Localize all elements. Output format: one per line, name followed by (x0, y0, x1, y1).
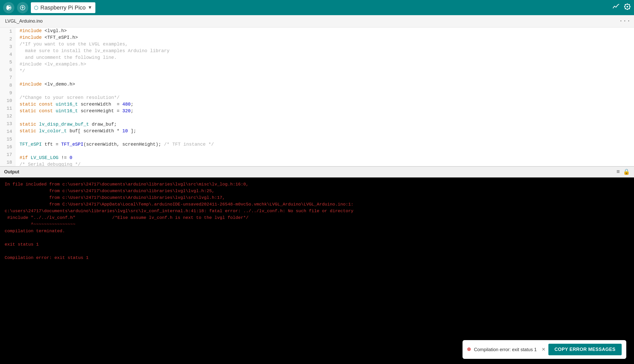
line-number: 10 (0, 97, 15, 105)
line-number: 13 (0, 120, 15, 128)
line-number: 2 (0, 35, 15, 43)
output-label: Output (4, 169, 19, 175)
toolbar-left: ⬡ Raspberry Pi Pico ▼ (3, 2, 95, 13)
line-number: 5 (0, 58, 15, 66)
code-line (20, 134, 634, 141)
code-line: #include <lv_examples.h> (20, 61, 634, 68)
console-line: c:\users\24717\documents\arduino\librari… (5, 208, 629, 214)
code-line: #include <TFT_eSPI.h> (20, 34, 634, 41)
line-number: 1 (0, 27, 15, 35)
line-number: 14 (0, 128, 15, 135)
svg-point-2 (627, 6, 628, 7)
console-line: from c:\Users\24717\Documents\Arduino\li… (5, 194, 629, 201)
code-line (20, 88, 634, 94)
console-line: #include "../../lv_conf.h" /*Else assume… (5, 214, 629, 221)
toolbar: ⬡ Raspberry Pi Pico ▼ (0, 0, 634, 15)
console-line (5, 235, 629, 241)
code-line (20, 114, 634, 121)
error-popup: ⊗ Compilation error: exit status 1 ✕ COP… (463, 340, 626, 359)
dropdown-arrow-icon: ▼ (88, 5, 92, 10)
code-line: static lv_color_t buf[ screenWidth * 10 … (20, 128, 634, 134)
svg-point-11 (629, 8, 630, 9)
code-editor: 1234567891011121314151617181920212223 #i… (0, 27, 634, 166)
line-number: 3 (0, 43, 15, 51)
copy-error-button[interactable]: COPY ERROR MESSAGES (548, 344, 622, 355)
line-number: 17 (0, 151, 15, 158)
error-icon: ⊗ (467, 346, 471, 353)
line-number: 7 (0, 74, 15, 81)
board-icon: ⬡ (34, 5, 38, 11)
run-button[interactable] (3, 2, 14, 13)
svg-point-9 (629, 4, 630, 5)
svg-point-10 (625, 8, 626, 9)
console-line (5, 248, 629, 255)
toolbar-right (612, 3, 631, 12)
upload-button[interactable] (17, 2, 28, 13)
line-number: 4 (0, 51, 15, 58)
output-area: Output ≡ 🔒 In file included from c:\user… (0, 166, 634, 364)
console-line: from C:\Users\24717\AppData\Local\Temp\.… (5, 201, 629, 208)
console-line: exit status 1 (5, 241, 629, 248)
console-line: ^~~~~~~~~~~~~~~~~ (5, 221, 629, 228)
code-line: and uncomment the following line. (20, 54, 634, 61)
console-line: from c:\users\24717\documents\arduino\li… (5, 188, 629, 194)
svg-point-7 (629, 6, 631, 7)
line-number: 8 (0, 81, 15, 89)
svg-point-6 (624, 6, 626, 7)
line-number: 16 (0, 143, 15, 151)
svg-point-4 (627, 3, 628, 5)
board-selector[interactable]: ⬡ Raspberry Pi Pico ▼ (31, 2, 95, 13)
tab-more-icon[interactable]: ··· (619, 18, 631, 24)
code-line: make sure to install the lv_examples Ard… (20, 48, 634, 54)
main-content: LVGL_Arduino.ino ··· 1234567891011121314… (0, 15, 634, 364)
code-line: /*Change to your screen resolution*/ (20, 94, 634, 101)
output-icons: ≡ 🔒 (617, 169, 630, 175)
code-line: /*If you want to use the LVGL examples, (20, 41, 634, 48)
output-lock-icon[interactable]: 🔒 (623, 169, 630, 175)
board-name: Raspberry Pi Pico (40, 4, 86, 11)
line-number: 9 (0, 89, 15, 97)
code-line: static const uint16_t screenHeight = 320… (20, 108, 634, 114)
line-number: 6 (0, 66, 15, 74)
code-line: #include <lvgl.h> (20, 27, 634, 34)
line-number: 11 (0, 105, 15, 112)
signal-icon[interactable] (612, 3, 620, 12)
line-number: 18 (0, 158, 15, 166)
console-line: Compilation error: exit status 1 (5, 255, 629, 261)
code-content[interactable]: #include <lvgl.h>#include <TFT_eSPI.h>/*… (15, 27, 634, 166)
code-line: #include <lv_demo.h> (20, 81, 634, 88)
code-line: static lv_disp_draw_buf_t draw_buf; (20, 121, 634, 128)
tabbar: LVGL_Arduino.ino ··· (0, 15, 634, 27)
line-number: 15 (0, 135, 15, 143)
file-tab[interactable]: LVGL_Arduino.ino (3, 17, 45, 25)
code-line: /* Serial debugging */ (20, 161, 634, 166)
svg-point-5 (627, 8, 628, 10)
settings-icon[interactable] (624, 3, 631, 12)
code-line (20, 74, 634, 81)
error-message: Compilation error: exit status 1 (474, 346, 537, 353)
output-list-icon[interactable]: ≡ (617, 169, 620, 175)
svg-point-8 (625, 4, 626, 5)
line-numbers: 1234567891011121314151617181920212223 (0, 27, 15, 166)
console-line: In file included from c:\users\24717\doc… (5, 181, 629, 188)
close-icon[interactable]: ✕ (542, 346, 545, 353)
code-line: static const uint16_t screenWidth = 480; (20, 101, 634, 108)
output-console[interactable]: In file included from c:\users\24717\doc… (0, 178, 634, 364)
code-line: #if LV_USE_LOG != 0 (20, 154, 634, 161)
line-number: 12 (0, 112, 15, 120)
console-line: compilation terminated. (5, 228, 629, 235)
code-line (20, 148, 634, 154)
output-header: Output ≡ 🔒 (0, 166, 634, 178)
code-line: */ (20, 68, 634, 74)
code-line: TFT_eSPI tft = TFT_eSPI(screenWidth, scr… (20, 141, 634, 148)
